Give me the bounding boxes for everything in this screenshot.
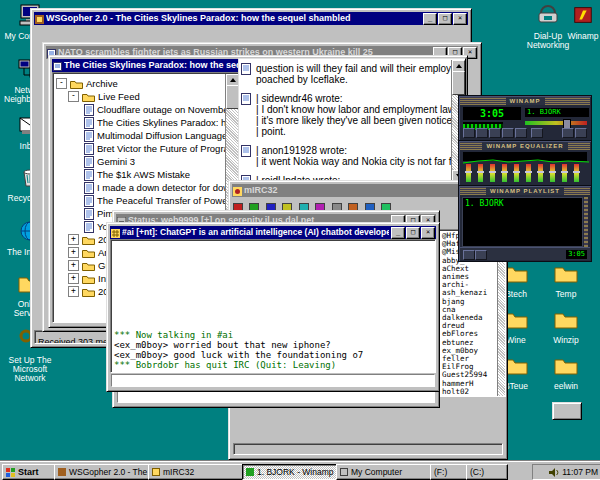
scroll-thumb[interactable] xyxy=(452,71,465,95)
winamp-app-icon xyxy=(572,4,594,30)
mirc-toolbar[interactable] xyxy=(233,199,393,209)
speaker-icon[interactable] xyxy=(549,468,559,477)
close-button[interactable]: × xyxy=(421,227,435,239)
winamp-pause-button[interactable] xyxy=(489,128,501,138)
winamp-eject-button[interactable] xyxy=(531,128,543,138)
taskbar-item-drive-c[interactable]: (C:) xyxy=(466,464,508,480)
document-icon xyxy=(84,221,94,233)
collapse-icon[interactable]: - xyxy=(56,78,67,89)
expand-icon[interactable]: + xyxy=(68,260,79,271)
expand-icon[interactable]: + xyxy=(68,273,79,284)
winamp-playlist-titlebar[interactable]: WINAMP PLAYLIST xyxy=(460,187,590,195)
winamp-prev-button[interactable] xyxy=(463,128,475,138)
document-icon xyxy=(241,63,251,75)
eq-slider[interactable] xyxy=(574,164,579,182)
viewer-line: | it's more likely they've all been give… xyxy=(256,115,451,126)
desktop-icon-folder-temp[interactable]: Temp xyxy=(544,264,588,299)
winamp-stop-button[interactable] xyxy=(502,128,514,138)
nick[interactable]: holt02 xyxy=(442,388,504,396)
winamp-next-button[interactable] xyxy=(515,128,527,138)
tree-item[interactable]: Gemini 3 xyxy=(84,155,135,168)
tree-item[interactable]: The Peaceful Transfer of Power in Open S… xyxy=(84,194,240,207)
eq-slider[interactable] xyxy=(490,164,495,182)
tree-item[interactable]: Multimodal Diffusion Language Models for… xyxy=(84,129,240,142)
tree-item[interactable]: The $1k AWS Mistake xyxy=(84,168,190,181)
desktop-icon-dialup[interactable]: Dial-Up Networking xyxy=(528,4,568,50)
taskbar-item-label: (C:) xyxy=(470,467,484,477)
minimize-button[interactable]: _ xyxy=(391,227,405,239)
winamp-play-button[interactable] xyxy=(476,128,488,138)
desktop-icon-winamp[interactable]: Winamp xyxy=(568,4,598,41)
desktop-icon-folder-eelwin[interactable]: eelwin xyxy=(544,356,588,391)
small-gray-panel xyxy=(552,402,582,420)
channel-titlebar[interactable]: #ai [+nt]: ChatGPT is an artificial inte… xyxy=(110,226,436,239)
tree-node-live-feed[interactable]: - Live Feed xyxy=(68,90,140,103)
minimize-button[interactable]: _ xyxy=(423,13,437,25)
viewer-line: | I don't know how labor and employment … xyxy=(256,104,451,115)
eq-slider[interactable] xyxy=(514,164,519,182)
expand-icon[interactable]: + xyxy=(68,247,79,258)
playlist-scrollbar[interactable] xyxy=(584,197,588,247)
eq-slider[interactable] xyxy=(550,164,555,182)
tree-label: I made a down detector for down detector xyxy=(97,182,240,193)
winamp-eq-toggle[interactable] xyxy=(562,128,574,138)
taskbar-item-wsgopher[interactable]: WSGopher 2.0 - The Cities... xyxy=(54,464,154,480)
collapse-icon[interactable]: - xyxy=(68,91,79,102)
channel-input[interactable] xyxy=(111,374,435,387)
taskbar-item-label: (F:) xyxy=(434,467,447,477)
winamp-playlist-window[interactable]: WINAMP PLAYLIST 1. BJORK 3:05 xyxy=(458,185,592,262)
tree-item[interactable]: Cloudflare outage on November 18, 2025 xyxy=(84,103,240,116)
eq-slider[interactable] xyxy=(466,164,471,182)
maximize-button[interactable]: □ xyxy=(406,227,420,239)
close-button[interactable]: × xyxy=(453,13,467,25)
playlist-item[interactable]: 1. BJORK xyxy=(463,198,582,210)
winamp-main-window[interactable]: WINAMP 3:05 1. BJORK xyxy=(458,95,592,142)
winamp-titlebar[interactable]: WINAMP xyxy=(460,97,590,105)
start-button[interactable]: Start xyxy=(2,464,58,480)
playlist-list[interactable]: 1. BJORK xyxy=(462,197,583,247)
expand-icon[interactable]: + xyxy=(68,286,79,297)
eq-slider[interactable] xyxy=(538,164,543,182)
mirc-channel-window: #ai [+nt]: ChatGPT is an artificial inte… xyxy=(106,222,440,392)
desktop-icon-label: eelwin xyxy=(554,382,578,391)
playlist-add-button[interactable] xyxy=(463,250,475,260)
desktop-icon-folder-winzip[interactable]: Winzip xyxy=(544,310,588,345)
taskbar-item-my-computer[interactable]: My Computer xyxy=(336,464,436,480)
eq-slider[interactable] xyxy=(478,164,483,182)
document-icon xyxy=(84,169,94,181)
taskbar-item-label: My Computer xyxy=(351,467,402,477)
tree-item[interactable]: I made a down detector for down detector xyxy=(84,181,240,194)
viewer-item[interactable]: question is will they fail and will thei… xyxy=(241,63,451,85)
taskbar-item-winamp[interactable]: 1. BJORK - Winamp xyxy=(242,464,342,480)
channel-icon xyxy=(111,226,120,239)
wsgopher-titlebar[interactable]: WSGopher 2.0 - The Cities Skylines Parad… xyxy=(34,12,468,25)
winamp-volume-slider[interactable] xyxy=(525,121,587,125)
tree-label: The Cities Skylines Paradox: how the seq… xyxy=(97,117,240,128)
winamp-eq-titlebar[interactable]: WINAMP EQUALIZER xyxy=(460,142,590,150)
viewer-item[interactable]: | sidewndr46 wrote: | I don't know how l… xyxy=(241,93,451,137)
eq-graph xyxy=(463,152,587,161)
document-icon xyxy=(84,208,94,220)
winamp-pl-toggle[interactable] xyxy=(575,128,587,138)
eq-slider[interactable] xyxy=(562,164,567,182)
winamp-track-marquee: 1. BJORK xyxy=(525,108,589,117)
folder-icon xyxy=(82,235,95,245)
tree-node-archive[interactable]: - Archive xyxy=(56,77,118,90)
expand-icon[interactable]: + xyxy=(68,234,79,245)
wsgopher-icon xyxy=(58,468,66,476)
playlist-rem-button[interactable] xyxy=(475,250,487,260)
eq-slider[interactable] xyxy=(526,164,531,182)
chat-message: *** Now talking in #ai xyxy=(114,330,433,340)
taskbar-item-label: 1. BJORK - Winamp xyxy=(257,467,334,477)
taskbar-item-mirc[interactable]: mIRC32 xyxy=(148,464,248,480)
tree-item[interactable]: Bret Victor the Future of Programming (2… xyxy=(84,142,240,155)
viewer-line: | anon191928 wrote: xyxy=(256,145,451,156)
document-icon xyxy=(84,195,94,207)
viewer-item[interactable]: | anon191928 wrote: | it went Nokia way … xyxy=(241,145,451,167)
maximize-button[interactable]: □ xyxy=(438,13,452,25)
document-icon xyxy=(84,104,94,116)
tree-item[interactable]: The Cities Skylines Paradox: how the seq… xyxy=(84,116,240,129)
eq-slider[interactable] xyxy=(502,164,507,182)
winamp-eq-window[interactable]: WINAMP EQUALIZER xyxy=(458,140,592,187)
tree-label: The Peaceful Transfer of Power in Open S… xyxy=(97,195,240,206)
